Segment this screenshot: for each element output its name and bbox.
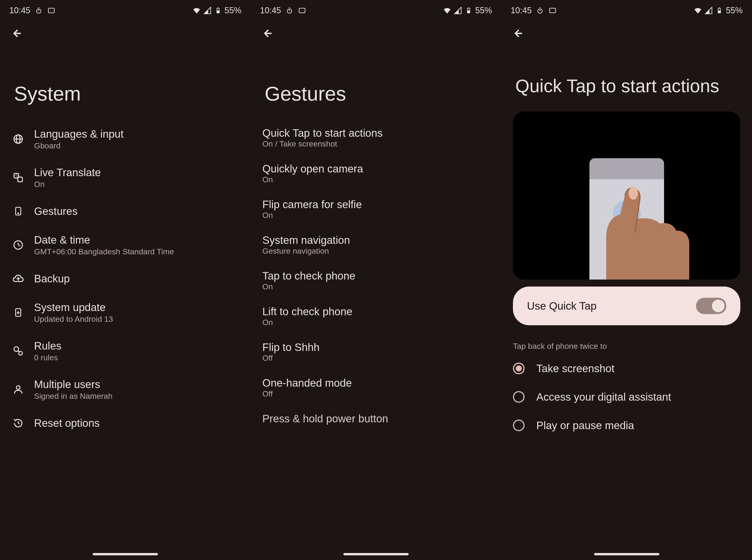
svg-point-23 — [16, 386, 20, 389]
signal-icon — [454, 6, 462, 15]
settings-list: Quick Tap to start actions On / Take scr… — [251, 120, 502, 432]
svg-rect-5 — [217, 11, 219, 13]
item-subtitle: Signed in as Namerah — [34, 392, 113, 401]
item-title: One-handed mode — [262, 377, 490, 389]
svg-text:G: G — [15, 174, 18, 177]
item-title: Press & hold power button — [262, 412, 490, 425]
svg-rect-31 — [467, 11, 470, 13]
option-take-screenshot[interactable]: Take screenshot — [501, 354, 752, 383]
users-icon — [12, 383, 25, 396]
option-play-pause[interactable]: Play or pause media — [501, 411, 752, 440]
screen-quick-tap: 10:45 55% Quick Tap to start actions Use… — [501, 0, 752, 560]
globe-icon — [12, 133, 25, 146]
cloud-icon — [12, 272, 25, 285]
item-subtitle: Gboard — [34, 141, 124, 150]
item-title: Languages & input — [34, 128, 124, 140]
back-arrow-icon — [513, 28, 524, 39]
item-system-update[interactable]: System update Updated to Android 13 — [0, 293, 251, 332]
wifi-icon — [192, 6, 201, 15]
back-button[interactable] — [501, 19, 752, 44]
back-arrow-icon — [12, 28, 22, 39]
item-flip-shhh[interactable]: Flip to Shhh Off — [251, 334, 502, 369]
item-title: Quick Tap to start actions — [262, 127, 490, 139]
item-flip-camera[interactable]: Flip camera for selfie On — [251, 191, 502, 227]
cast-icon — [47, 6, 56, 15]
radio-icon — [513, 420, 525, 431]
item-subtitle: 0 rules — [34, 353, 62, 362]
screen-system: 10:45 55% System Languages & input Gboar… — [0, 0, 251, 560]
back-arrow-icon — [262, 28, 273, 39]
svg-rect-32 — [468, 8, 469, 8]
gesture-icon — [12, 205, 25, 218]
item-one-handed[interactable]: One-handed mode Off — [251, 369, 502, 405]
svg-point-22 — [19, 352, 22, 355]
battery-pct: 55% — [475, 6, 492, 15]
svg-rect-39 — [719, 8, 720, 8]
item-multiple-users[interactable]: Multiple users Signed in as Namerah — [0, 370, 251, 408]
item-tap-check[interactable]: Tap to check phone On — [251, 262, 502, 298]
svg-rect-36 — [550, 8, 556, 13]
item-title: System update — [34, 301, 113, 314]
item-subtitle: On — [34, 180, 101, 189]
section-header: Tap back of phone twice to — [501, 335, 752, 354]
battery-pct: 55% — [726, 6, 743, 15]
item-subtitle: On / Take screenshot — [262, 139, 490, 148]
toggle-label: Use Quick Tap — [527, 300, 596, 312]
update-icon — [12, 306, 25, 319]
item-live-translate[interactable]: G Live Translate On — [0, 158, 251, 197]
nav-indicator[interactable] — [594, 553, 659, 555]
item-rules[interactable]: Rules 0 rules — [0, 332, 251, 370]
item-title: Quickly open camera — [262, 162, 490, 175]
item-title: Flip camera for selfie — [262, 198, 490, 211]
status-bar: 10:45 55% — [251, 0, 502, 19]
item-subtitle: Gesture navigation — [262, 246, 490, 256]
battery-icon — [214, 6, 222, 15]
status-bar: 10:45 55% — [0, 0, 251, 19]
option-digital-assistant[interactable]: Access your digital assistant — [501, 383, 752, 411]
item-quick-tap[interactable]: Quick Tap to start actions On / Take scr… — [251, 120, 502, 155]
back-button[interactable] — [0, 19, 251, 44]
item-open-camera[interactable]: Quickly open camera On — [251, 155, 502, 191]
option-label: Play or pause media — [536, 419, 634, 432]
item-title: Multiple users — [34, 378, 113, 391]
svg-point-14 — [18, 213, 19, 214]
item-power-button[interactable]: Press & hold power button — [251, 405, 502, 432]
item-reset-options[interactable]: Reset options — [0, 408, 251, 438]
radio-icon — [513, 391, 525, 403]
status-bar: 10:45 55% — [501, 0, 752, 19]
svg-rect-38 — [718, 11, 720, 13]
page-title: System — [0, 44, 251, 120]
use-quick-tap-toggle[interactable]: Use Quick Tap — [513, 286, 740, 325]
svg-rect-3 — [48, 8, 54, 13]
status-time: 10:45 — [9, 6, 30, 15]
item-backup[interactable]: Backup — [0, 264, 251, 293]
item-date-time[interactable]: Date & time GMT+06:00 Bangladesh Standar… — [0, 226, 251, 264]
item-lift-check[interactable]: Lift to check phone On — [251, 298, 502, 334]
item-title: System navigation — [262, 234, 490, 246]
item-languages[interactable]: Languages & input Gboard — [0, 120, 251, 158]
signal-icon — [203, 6, 211, 15]
status-time: 10:45 — [511, 6, 532, 15]
item-title: Gestures — [34, 205, 78, 218]
item-subtitle: Off — [262, 389, 490, 398]
timer-icon — [35, 6, 43, 15]
page-title: Quick Tap to start actions — [501, 44, 752, 107]
item-system-navigation[interactable]: System navigation Gesture navigation — [251, 227, 502, 262]
reset-icon — [12, 417, 25, 429]
timer-icon — [285, 6, 294, 15]
wifi-icon — [443, 6, 451, 15]
nav-indicator[interactable] — [343, 553, 409, 555]
battery-icon — [715, 6, 724, 15]
battery-pct: 55% — [225, 6, 241, 15]
item-subtitle: Off — [262, 354, 490, 363]
clock-icon — [12, 238, 25, 252]
item-subtitle: GMT+06:00 Bangladesh Standard Time — [34, 247, 174, 256]
item-title: Rules — [34, 340, 62, 352]
back-button[interactable] — [251, 19, 502, 44]
nav-indicator[interactable] — [93, 553, 158, 555]
item-gestures[interactable]: Gestures — [0, 197, 251, 226]
option-label: Take screenshot — [536, 362, 614, 375]
svg-line-17 — [18, 245, 20, 246]
radio-icon — [513, 363, 525, 374]
svg-line-25 — [18, 423, 20, 424]
